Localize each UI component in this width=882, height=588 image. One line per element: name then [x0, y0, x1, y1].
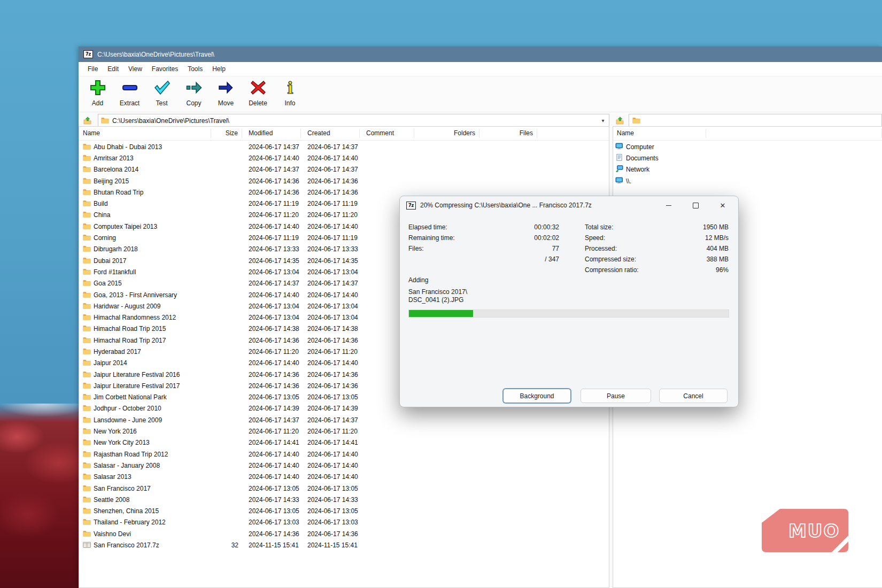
table-row[interactable]: Salasar 20132024-06-17 14:402024-06-17 1… [79, 471, 609, 483]
up-one-level-button-right[interactable] [613, 114, 626, 127]
file-modified: 2024-06-17 13:03 [242, 519, 301, 526]
add-icon [89, 79, 106, 98]
right-column-header-name[interactable]: Name [613, 129, 706, 138]
table-row[interactable]: Shenzhen, China 20152024-06-17 13:052024… [79, 506, 609, 517]
table-row[interactable]: Amritsar 20132024-06-17 14:402024-06-17 … [79, 152, 609, 164]
close-icon[interactable]: ✕ [714, 199, 732, 212]
file-modified: 2024-06-17 14:36 [242, 382, 301, 390]
column-header-size[interactable]: Size [211, 129, 242, 138]
file-created: 2024-06-17 14:41 [301, 439, 360, 446]
file-modified: 2024-06-17 13:04 [242, 268, 301, 276]
compress-progress-dialog: 7z 20% Compressing C:\Users\baxia\One ..… [399, 196, 739, 407]
cancel-button[interactable]: Cancel [659, 389, 728, 403]
file-size: 32 [211, 541, 242, 549]
seven-zip-icon: 7z [83, 50, 93, 58]
file-modified: 2024-06-17 14:33 [242, 496, 301, 504]
move-icon [218, 79, 235, 98]
table-row[interactable]: Vaishno Devi2024-06-17 14:362024-06-17 1… [79, 528, 609, 539]
background-button[interactable]: Background [503, 389, 571, 403]
up-one-level-button[interactable] [80, 114, 94, 127]
table-row[interactable]: Seattle 20082024-06-17 14:332024-06-17 1… [79, 494, 609, 505]
tree-item-label: Computer [626, 143, 654, 151]
menu-item-help[interactable]: Help [207, 63, 230, 75]
menu-item-file[interactable]: File [83, 63, 103, 75]
folder-icon [83, 199, 91, 208]
maximize-icon[interactable] [686, 199, 705, 212]
column-header-folders[interactable]: Folders [414, 129, 479, 138]
file-name: San Francisco 2017 [94, 485, 151, 492]
table-row[interactable]: Barcelona 20142024-06-17 14:372024-06-17… [79, 164, 609, 175]
column-header-files[interactable]: Files [479, 129, 537, 138]
table-row[interactable]: Lansdowne - June 20092024-06-17 14:37202… [79, 414, 609, 425]
chevron-down-icon[interactable]: ▾ [599, 117, 607, 124]
address-combobox[interactable]: C:\Users\baxia\OneDrive\Pictures\Travel\… [98, 114, 609, 127]
folder-icon [83, 257, 91, 265]
toolbar-button-extract[interactable]: Extract [114, 76, 145, 107]
menu-item-tools[interactable]: Tools [183, 63, 207, 75]
computer-icon [615, 143, 623, 151]
stat-row: Total size:1950 MB [585, 222, 729, 233]
toolbar-button-label: Copy [186, 99, 201, 107]
folder-icon [83, 188, 91, 197]
menu-item-edit[interactable]: Edit [103, 63, 123, 75]
file-name: Haridwar - August 2009 [94, 303, 160, 310]
column-header-comment[interactable]: Comment [360, 129, 414, 138]
table-row[interactable]: Beijing 20152024-06-17 14:362024-06-17 1… [79, 175, 609, 187]
stat-value: 404 MB [707, 245, 729, 252]
folder-icon [83, 279, 91, 288]
toolbar: AddExtractTestCopyMoveDeleteiInfo [79, 76, 882, 112]
right-address-field[interactable] [629, 114, 882, 127]
table-row[interactable]: Abu Dhabi - Dubai 20132024-06-17 14:3720… [79, 141, 609, 152]
file-name: Himachal Road Trip 2015 [94, 325, 166, 332]
file-name: Barcelona 2014 [94, 166, 138, 173]
folder-icon [83, 393, 91, 401]
file-name: Goa, 2013 - First Anniversary [94, 291, 177, 299]
toolbar-button-test[interactable]: Test [146, 76, 177, 107]
file-created: 2024-06-17 11:19 [301, 200, 360, 207]
table-row[interactable]: Salasar - January 20082024-06-17 14:4020… [79, 460, 609, 471]
minimize-icon[interactable] [660, 199, 678, 212]
list-item-[interactable]: \\. [613, 175, 882, 187]
stat-value: 12 MB/s [705, 234, 729, 242]
address-path: C:\Users\baxia\OneDrive\Pictures\Travel\ [112, 117, 229, 125]
list-item-computer[interactable]: Computer [613, 141, 882, 152]
file-name: Himachal Road Trip 2017 [94, 337, 166, 344]
file-name: Abu Dhabi - Dubai 2013 [94, 143, 162, 151]
file-created: 2024-06-17 14:37 [301, 166, 360, 173]
table-row[interactable]: Thailand - February 20122024-06-17 13:03… [79, 517, 609, 528]
menu-item-favorites[interactable]: Favorites [147, 63, 183, 75]
file-modified: 2024-06-17 14:40 [242, 359, 301, 367]
toolbar-button-copy[interactable]: Copy [179, 76, 209, 107]
menu-item-view[interactable]: View [123, 63, 147, 75]
column-header-created[interactable]: Created [301, 129, 360, 138]
column-header-name[interactable]: Name [79, 129, 211, 138]
file-name: Computex Taipei 2013 [94, 223, 157, 230]
table-row[interactable]: New York City 20132024-06-17 14:412024-0… [79, 437, 609, 448]
extract-icon [121, 79, 138, 98]
file-name: New York 2016 [94, 428, 137, 435]
file-created: 2024-06-17 14:40 [301, 291, 360, 299]
pause-button[interactable]: Pause [581, 389, 651, 403]
column-header-modified[interactable]: Modified [242, 129, 301, 138]
file-modified: 2024-06-17 14:40 [242, 462, 301, 469]
toolbar-button-move[interactable]: Move [211, 76, 241, 107]
file-name: Build [94, 200, 108, 207]
file-name: Salasar - January 2008 [94, 462, 160, 469]
list-item-documents[interactable]: Documents [613, 152, 882, 164]
file-modified: 2024-06-17 11:20 [242, 211, 301, 219]
toolbar-button-info[interactable]: iInfo [275, 76, 305, 107]
column-headers: Name Size Modified Created Comment Folde… [79, 127, 609, 141]
table-row[interactable]: San Francisco 20172024-06-17 13:052024-0… [79, 483, 609, 494]
file-modified: 2024-06-17 13:04 [242, 314, 301, 321]
table-row[interactable]: Rajasthan Road Trip 20122024-06-17 14:40… [79, 448, 609, 460]
folder-icon [83, 165, 91, 174]
tree-item-label: Documents [626, 154, 659, 162]
list-item-network[interactable]: Network [613, 164, 882, 175]
toolbar-button-delete[interactable]: Delete [243, 76, 273, 107]
table-row[interactable]: New York 20162024-06-17 11:202024-06-17 … [79, 425, 609, 437]
tree-items: ComputerDocumentsNetwork\\. [613, 141, 882, 187]
file-name: China [94, 211, 110, 219]
file-created: 2024-06-17 13:03 [301, 519, 360, 526]
table-row[interactable]: San Francisco 2017.7z322024-11-15 15:412… [79, 539, 609, 551]
toolbar-button-add[interactable]: Add [82, 76, 113, 107]
